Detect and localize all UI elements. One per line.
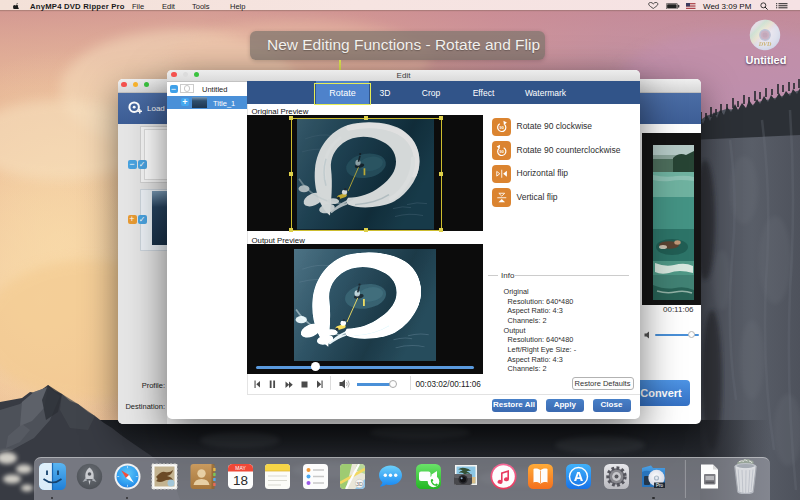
svg-text:18: 18 [232,473,247,488]
svg-text:Pro: Pro [656,483,664,488]
svg-text:90: 90 [499,149,503,154]
svg-text:MAY: MAY [235,465,246,471]
svg-text:DVD: DVD [758,41,772,47]
svg-text:3D: 3D [356,481,363,487]
svg-text:90: 90 [499,125,503,130]
